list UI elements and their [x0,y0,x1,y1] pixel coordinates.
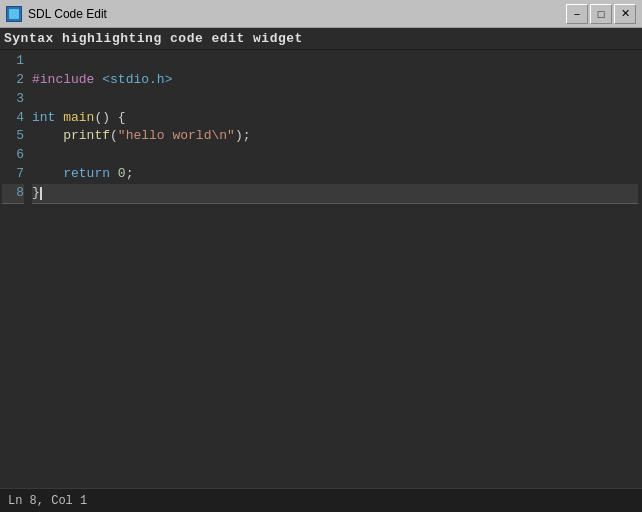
code-line-6 [32,146,638,165]
code-line-1 [32,52,638,71]
menu-bar: Syntax highlighting code edit widget [0,28,642,50]
line-num-5: 5 [2,127,24,146]
code-line-8: } [32,184,638,204]
code-line-3 [32,90,638,109]
status-bar: Ln 8, Col 1 [0,488,642,512]
window-controls: − □ ✕ [566,4,636,24]
line-num-2: 2 [2,71,24,90]
line-num-6: 6 [2,146,24,165]
maximize-button[interactable]: □ [590,4,612,24]
code-line-7: return 0; [32,165,638,184]
window-title: SDL Code Edit [28,7,566,21]
minimize-button[interactable]: − [566,4,588,24]
code-lines[interactable]: #include <stdio.h> int main() { printf("… [28,52,642,486]
line-num-3: 3 [2,90,24,109]
line-num-8: 8 [2,184,24,204]
code-line-2: #include <stdio.h> [32,71,638,90]
editor-content: 1 2 3 4 5 6 7 8 #include <stdio.h> int m… [0,50,642,488]
line-num-4: 4 [2,109,24,128]
line-num-1: 1 [2,52,24,71]
code-line-5: printf("hello world\n"); [32,127,638,146]
close-button[interactable]: ✕ [614,4,636,24]
menu-bar-text: Syntax highlighting code edit widget [4,31,303,46]
line-numbers: 1 2 3 4 5 6 7 8 [0,52,28,486]
line-num-7: 7 [2,165,24,184]
app-icon [6,6,22,22]
status-text: Ln 8, Col 1 [8,494,87,508]
code-line-4: int main() { [32,109,638,128]
title-bar: SDL Code Edit − □ ✕ [0,0,642,28]
editor-area[interactable]: 1 2 3 4 5 6 7 8 #include <stdio.h> int m… [0,50,642,488]
